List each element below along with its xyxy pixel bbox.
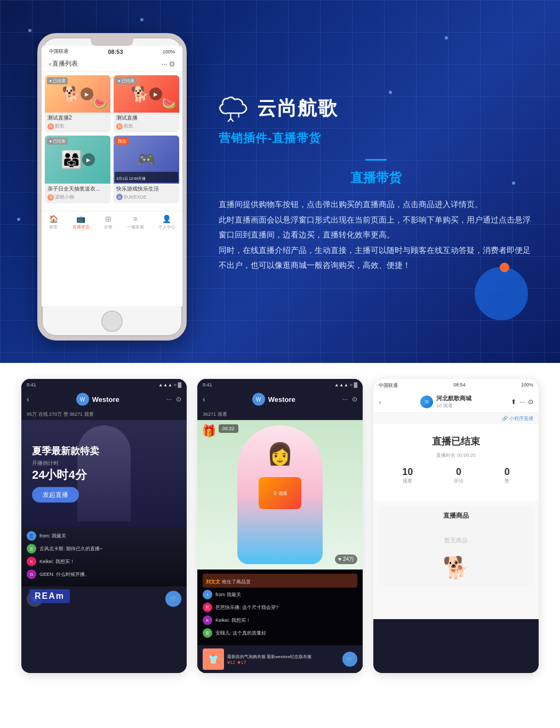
card3-inner: 中国联通 08:54 100% ‹ 河 河北航歌商城 10 观看 ⬆ [373, 379, 539, 619]
stream-item[interactable]: 🎮 预告 3月1日 12:00开播 快乐游戏快乐生活 B BUK [114, 136, 179, 203]
stream-item[interactable]: 🐕 🍉 ▶ ● 已结束 测试直播2 航 航歌 [45, 75, 110, 132]
more-icon[interactable]: ··· [166, 395, 172, 403]
cart-icon[interactable]: 🛒 [342, 652, 357, 667]
comment-text: 古风北卡斯: 期待已久的直播~ [39, 545, 102, 552]
card1-bg-area: 夏季最新款特卖 开播倒计时 24小时4分 发起直播 [21, 420, 187, 527]
profile-icon: 👤 [162, 215, 171, 223]
back-button[interactable]: ‹ 直播列表 [49, 59, 78, 68]
card1-comments: 👤 from: 我最关 古 古风北卡斯: 期待已久的直播~ K Keikei: … [21, 527, 187, 587]
thumb-game: 🎮 [137, 151, 156, 169]
nav-label: 分类 [104, 224, 113, 230]
card1-inner: 9:41 ▲▲▲ ≈ ▓ ‹ W Westore ··· ⊙ 95万 在线 27… [21, 379, 187, 619]
card2-comments: 刘文文 抢住了商品贡 f from 我最关 芭 芭芭快乐播: 这个尺寸我会穿? … [197, 569, 363, 645]
nav-live[interactable]: 📺 直播带货 [73, 215, 90, 230]
timer-value: 00:22 [222, 426, 235, 431]
card3-time: 08:54 [453, 382, 466, 389]
brand-avatar: W [252, 393, 265, 406]
more-icon[interactable]: ··· [342, 395, 348, 403]
card2-inner: 9:41 ▲▲▲ ≈ ▓ ‹ W Westore ··· ⊙ 36271 观看 [197, 379, 363, 673]
comment-text: Keikei: 我想买！ [215, 617, 251, 624]
mini-program-label: 🔗 小程序直播 [373, 413, 539, 424]
thumb-people: 👨‍👩‍👧 [61, 149, 82, 170]
nav-title: 直播列表 [52, 59, 78, 68]
phone-home-button[interactable] [101, 311, 123, 332]
author-avatar: 航 [116, 123, 123, 130]
feature-description: 直播间提供购物车按钮，点击弹出购买的直播商品，点击商品进入详情页。 此时直播画面… [219, 197, 533, 273]
card1-nav-icons: ··· ⊙ [166, 395, 181, 403]
stream-title: 测试直播 [116, 114, 177, 122]
stream-title: 测试直播2 [47, 114, 108, 122]
start-live-button[interactable]: 发起直播 [32, 487, 79, 503]
card1-stats: 95万 在线 270万 赞 36271 观看 [21, 409, 187, 420]
card1-overlay: 夏季最新款特卖 开播倒计时 24小时4分 发起直播 [32, 445, 99, 503]
stream-author: B BUKEXUE [116, 194, 177, 200]
stat-num: 0 [505, 466, 510, 478]
author-name: 航歌 [55, 123, 65, 130]
comment-text: from: 我最关 [39, 533, 66, 540]
card2-signals: ▲▲▲ ≈ ▓ [334, 382, 357, 387]
stat-label: 评论 [454, 478, 463, 485]
phone-device: 中国联通 08:53 100% ‹ 直播列表 ··· ⊙ [37, 33, 187, 341]
play-icon: ▶ [82, 153, 95, 166]
phone-mockup-area: 中国联通 08:53 100% ‹ 直播列表 ··· ⊙ [27, 33, 197, 341]
stat-label: 赞 [505, 478, 510, 485]
card3-ended-section: 直播已结束 直播时长 00:00:20 10 观看 0 评论 0 赞 [373, 424, 539, 501]
comment-avatar: G [27, 569, 36, 579]
stream-badge: 预告 [116, 138, 129, 145]
card3-products-section: 直播商品 暂无商品 🐕 [379, 506, 533, 585]
screen-card-2: 9:41 ▲▲▲ ≈ ▓ ‹ W Westore ··· ⊙ 36271 观看 [197, 379, 363, 673]
more-icon[interactable]: ··· [519, 398, 525, 406]
shop-details: 河北航歌商城 10 观看 [436, 394, 471, 409]
nav-publish[interactable]: ≡ 一键发画 [127, 215, 144, 230]
card1-status-bar: 9:41 ▲▲▲ ≈ ▓ [21, 379, 187, 391]
phone-nav-bar: ‹ 直播列表 ··· ⊙ [42, 57, 182, 72]
comment-avatar: K [203, 615, 212, 625]
card3-nav-icons: ⬆ ··· ⊙ [511, 398, 533, 406]
close-icon[interactable]: ⊙ [528, 398, 533, 406]
nav-home[interactable]: 🏠 首页 [49, 215, 58, 230]
brand-avatar: W [76, 393, 89, 406]
comment-item: 安 安颐儿: 这个真的质量好 [203, 628, 357, 638]
settings-icon[interactable]: ⊙ [352, 395, 357, 403]
no-product-text: 暂无商品 [384, 531, 528, 550]
nav-category[interactable]: ⊞ 分类 [104, 215, 113, 230]
deco-node [28, 29, 31, 32]
brand-name: 云尚航歌 [257, 96, 338, 122]
card3-battery: 100% [521, 382, 533, 389]
back-icon[interactable]: ‹ [203, 395, 205, 403]
stat-views: 10 观看 [402, 466, 413, 485]
stream-thumb: 🐕 🍉 ▶ ● 已结束 [45, 75, 110, 113]
dog-avatar: 🐕 [384, 555, 528, 580]
comment-text: 芭芭快乐播: 这个尺寸我会穿? [215, 604, 278, 611]
share-icon[interactable]: ⬆ [511, 398, 516, 406]
card1-time: 9:41 [27, 382, 36, 387]
nav-label: 一键发画 [127, 224, 144, 230]
author-name: 梁晓小柳 [55, 194, 74, 201]
card2-nav: ‹ W Westore ··· ⊙ [197, 391, 363, 409]
feature-title: 直播带货 [219, 169, 533, 186]
card2-status-bar: 9:41 ▲▲▲ ≈ ▓ [197, 379, 363, 391]
time-text: 08:53 [108, 49, 123, 55]
product-info: 最新款的气泡购衣服 最新westore纪念版衣服 ¥12 ★17 [227, 654, 339, 665]
products-section-title: 直播商品 [384, 511, 528, 520]
close-icon[interactable]: ⊙ [176, 395, 181, 403]
cart-icon[interactable]: 🛒 [165, 591, 181, 607]
comment-item: 芭 芭芭快乐播: 这个尺寸我会穿? [203, 603, 357, 612]
nav-profile[interactable]: 👤 个人中心 [158, 215, 175, 230]
home-icon: 🏠 [49, 215, 58, 223]
countdown-value: 24小时4分 [32, 467, 99, 483]
promo-title: 夏季最新款特卖 [32, 445, 99, 457]
phone-notch [91, 37, 133, 46]
card1-signals: ▲▲▲ ≈ ▓ [158, 382, 181, 387]
stream-item[interactable]: 👨‍👩‍👧 ▶ ● 已结束 亲子日全天抽奖送衣... 梁 梁晓小柳 [45, 136, 110, 203]
gift-icon: 🎁 [202, 424, 216, 438]
comment-item: f from 我最关 [203, 590, 357, 599]
back-icon[interactable]: ‹ [379, 398, 381, 406]
comment-text: Keikei: 我想买！ [39, 558, 75, 565]
stat-likes: 0 赞 [505, 466, 510, 485]
comment-text: 安颐儿: 这个真的质量好 [215, 630, 266, 637]
stream-item[interactable]: 🐕 🍉 ▶ ● 已结束 测试直播 航 航歌 [114, 75, 179, 132]
comment-avatar: 古 [27, 544, 36, 553]
back-icon[interactable]: ‹ [27, 395, 29, 403]
stream-badge: ● 已结束 [47, 77, 68, 84]
